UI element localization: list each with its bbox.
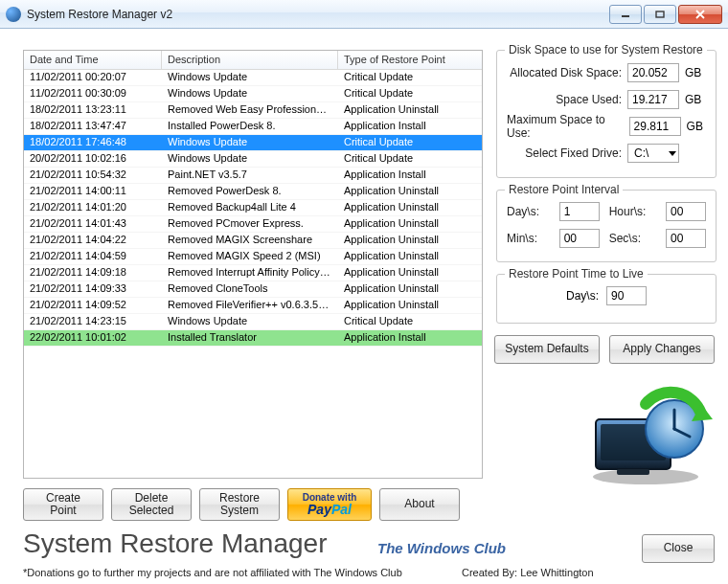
cell-desc: Paint.NET v3.5.7: [162, 168, 338, 183]
table-row[interactable]: 21/02/2011 14:04:22Removed MAGIX Screens…: [24, 233, 482, 249]
ttl-group: Restore Point Time to Live Day\s:: [496, 274, 717, 324]
donate-button[interactable]: Donate with PayPal: [287, 488, 372, 521]
cell-desc: Removed Backup4all Lite 4: [162, 200, 338, 215]
table-row[interactable]: 21/02/2011 14:01:20Removed Backup4all Li…: [24, 200, 482, 216]
days-field[interactable]: [559, 202, 600, 221]
allocated-field[interactable]: [627, 63, 679, 82]
mins-field[interactable]: [559, 229, 600, 248]
table-row[interactable]: 21/02/2011 14:01:43Removed PCmover Expre…: [24, 216, 482, 233]
table-row[interactable]: 21/02/2011 14:09:18Removed Interrupt Aff…: [24, 265, 482, 281]
system-defaults-button[interactable]: System Defaults: [494, 335, 600, 364]
app-name: System Restore Manager: [23, 528, 327, 559]
used-field[interactable]: [627, 90, 679, 109]
svg-rect-0: [622, 15, 629, 17]
cell-date: 21/02/2011 14:04:22: [24, 233, 162, 248]
close-button[interactable]: Close: [642, 534, 715, 563]
max-unit: GB: [687, 120, 706, 133]
create-point-button[interactable]: Create Point: [23, 488, 103, 521]
window-title: System Restore Manager v2: [27, 8, 172, 21]
minimize-icon: [621, 11, 630, 18]
cell-desc: Windows Update: [162, 135, 338, 150]
cell-type: Application Uninstall: [338, 200, 482, 215]
restore-point-list[interactable]: Date and Time Description Type of Restor…: [23, 50, 483, 479]
cell-date: 20/02/2011 10:02:16: [24, 151, 162, 167]
cell-type: Application Uninstall: [338, 249, 482, 264]
cell-type: Application Install: [338, 119, 482, 134]
table-row[interactable]: 18/02/2011 13:23:11Removed Web Easy Prof…: [24, 102, 482, 119]
disk-space-legend: Disk Space to use for System Restore: [505, 43, 707, 56]
cell-type: Application Uninstall: [338, 265, 482, 281]
disk-space-group: Disk Space to use for System Restore All…: [496, 50, 717, 178]
disclaimer-text: *Donations go to further my projects and…: [23, 567, 402, 578]
cell-desc: Windows Update: [162, 151, 338, 167]
secs-field[interactable]: [666, 229, 706, 248]
col-date[interactable]: Date and Time: [24, 51, 162, 69]
maximize-button[interactable]: [644, 5, 676, 24]
ttl-days-field[interactable]: [606, 286, 647, 305]
table-row[interactable]: 20/02/2011 10:02:16Windows UpdateCritica…: [24, 151, 482, 168]
cell-date: 18/02/2011 13:23:11: [24, 102, 162, 118]
cell-type: Application Uninstall: [338, 233, 482, 248]
app-subtitle: The Windows Club: [377, 540, 506, 556]
cell-desc: Removed CloneTools: [162, 281, 338, 297]
table-row[interactable]: 21/02/2011 14:04:59Removed MAGIX Speed 2…: [24, 249, 482, 265]
cell-type: Application Uninstall: [338, 184, 482, 199]
max-label: Maximum Space to Use:: [507, 113, 624, 140]
chevron-down-icon: [669, 151, 676, 156]
col-description[interactable]: Description: [162, 51, 338, 69]
close-window-button[interactable]: [678, 5, 722, 24]
cell-desc: Windows Update: [162, 86, 338, 101]
list-body: 11/02/2011 00:20:07Windows UpdateCritica…: [24, 70, 482, 347]
cell-date: 21/02/2011 14:01:20: [24, 200, 162, 215]
secs-label: Sec\s:: [609, 232, 656, 245]
about-button[interactable]: About: [379, 488, 460, 521]
cell-desc: Installed Translator: [162, 330, 338, 346]
col-type[interactable]: Type of Restore Point: [338, 51, 482, 69]
hours-field[interactable]: [666, 202, 706, 221]
table-row[interactable]: 21/02/2011 14:09:33Removed CloneToolsApp…: [24, 281, 482, 298]
mins-label: Min\s:: [507, 232, 550, 245]
table-row[interactable]: 18/02/2011 13:47:47Installed PowerDesk 8…: [24, 119, 482, 135]
cell-date: 21/02/2011 14:04:59: [24, 249, 162, 264]
allocated-label: Allocated Disk Space:: [510, 66, 622, 79]
restore-clock-icon: [588, 381, 713, 486]
cell-desc: Removed Interrupt Affinity Policy T...: [162, 265, 338, 281]
allocated-unit: GB: [685, 66, 706, 79]
table-row[interactable]: 11/02/2011 00:30:09Windows UpdateCritica…: [24, 86, 482, 102]
cell-type: Critical Update: [338, 314, 482, 329]
cell-desc: Installed PowerDesk 8.: [162, 119, 338, 134]
ttl-days-label: Day\s:: [566, 289, 599, 303]
interval-group: Restore Point Interval Day\s: Hour\s: Mi…: [496, 190, 717, 262]
minimize-button[interactable]: [609, 5, 642, 24]
bottom-toolbar: Create Point Delete Selected Restore Sys…: [23, 488, 460, 521]
table-row[interactable]: 21/02/2011 10:54:32Paint.NET v3.5.7Appli…: [24, 168, 482, 184]
paypal-icon: PayPal: [307, 502, 352, 517]
table-row[interactable]: 21/02/2011 14:00:11Removed PowerDesk 8.A…: [24, 184, 482, 200]
cell-desc: Removed FileVerifier++ v0.6.3.5830: [162, 298, 338, 313]
table-row[interactable]: 11/02/2011 00:20:07Windows UpdateCritica…: [24, 70, 482, 86]
interval-legend: Restore Point Interval: [505, 183, 623, 196]
cell-date: 21/02/2011 14:00:11: [24, 184, 162, 199]
cell-type: Critical Update: [338, 86, 482, 101]
cell-type: Critical Update: [338, 70, 482, 85]
table-row[interactable]: 21/02/2011 14:23:15Windows UpdateCritica…: [24, 314, 482, 330]
maximize-icon: [655, 11, 665, 18]
svg-rect-5: [617, 469, 649, 475]
restore-system-button[interactable]: Restore System: [199, 488, 280, 521]
drive-label: Select Fixed Drive:: [525, 146, 622, 160]
table-row[interactable]: 18/02/2011 17:46:48Windows UpdateCritica…: [24, 135, 482, 151]
drive-select[interactable]: C:\: [627, 144, 679, 163]
window-controls: [609, 5, 722, 24]
table-row[interactable]: 21/02/2011 14:09:52Removed FileVerifier+…: [24, 298, 482, 314]
credit-text: Created By: Lee Whittington: [462, 567, 594, 578]
cell-type: Application Install: [338, 330, 482, 346]
cell-desc: Removed PCmover Express.: [162, 216, 338, 232]
cell-date: 21/02/2011 14:09:33: [24, 281, 162, 297]
table-row[interactable]: 22/02/2011 10:01:02Installed TranslatorA…: [24, 330, 482, 347]
cell-desc: Removed PowerDesk 8.: [162, 184, 338, 199]
cell-type: Application Uninstall: [338, 298, 482, 313]
delete-selected-button[interactable]: Delete Selected: [111, 488, 192, 521]
max-field[interactable]: [629, 117, 681, 136]
apply-changes-button[interactable]: Apply Changes: [609, 335, 715, 364]
cell-type: Critical Update: [338, 151, 482, 167]
